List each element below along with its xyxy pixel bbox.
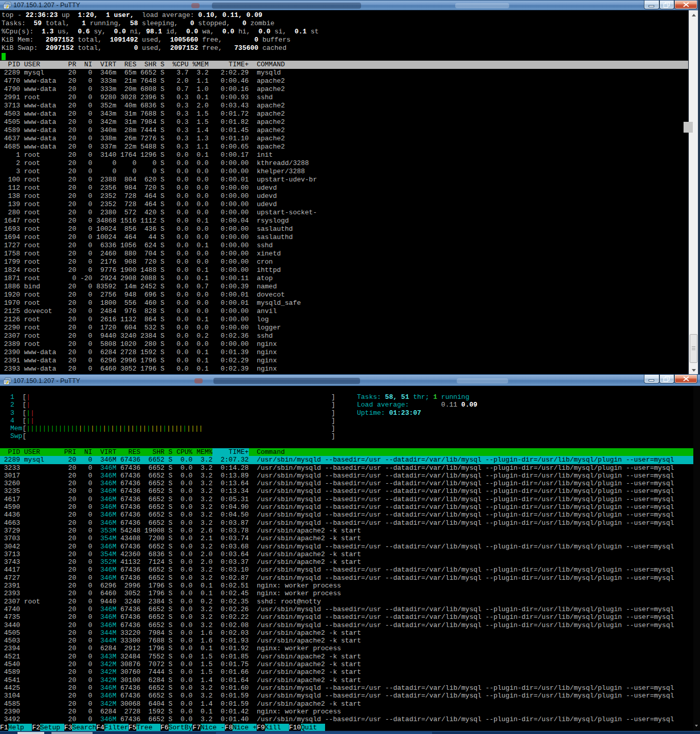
cell-command: saslauthd: [257, 233, 688, 242]
process-row[interactable]: 3743 20 0 352M 41132 7124 S 0.0 2.0 0:03…: [0, 558, 693, 566]
cell-pid: 100: [0, 176, 20, 184]
cell-cpu: 0.0: [172, 684, 192, 692]
process-row[interactable]: 2390 20 0 6284 2728 1592 S 0.0 0.1 0:01.…: [0, 708, 693, 715]
cell-user: root: [24, 200, 60, 209]
column-header-command[interactable]: Command: [257, 448, 693, 456]
cell-ni: 0: [76, 192, 92, 200]
scroll-up-button[interactable]: [689, 11, 698, 19]
cell-ni: 0: [76, 69, 92, 77]
cell-pri: 20: [60, 566, 76, 574]
meter-tick: |: [115, 425, 119, 432]
cell-pid: 4503: [0, 637, 20, 645]
process-row[interactable]: 4425 20 0 346M 67436 6652 S 0.0 3.2 0:01…: [0, 684, 693, 692]
process-row[interactable]: 2394 20 0 6284 2912 1796 S 0.0 0.1 0:01.…: [0, 645, 693, 652]
cell-ni: 0: [76, 291, 92, 299]
process-row[interactable]: 4540 20 0 342M 30876 7072 S 0.0 1.5 0:01…: [0, 660, 693, 668]
column-header-cpu[interactable]: CPU%: [172, 448, 192, 456]
cell-res: 40m: [116, 102, 136, 110]
restore-button[interactable]: [659, 375, 674, 383]
cell-pid: 3440: [0, 621, 20, 629]
process-row[interactable]: 4590 20 0 346M 67436 6652 S 0.0 3.2 0:04…: [0, 503, 693, 511]
process-row: 3713 www-data 20 0 352m 40m 6836 S 0.3 2…: [0, 102, 688, 110]
process-row[interactable]: 4541 20 0 342M 30100 6284 S 0.0 1.4 0:01…: [0, 676, 693, 684]
meter-tick: |: [62, 425, 66, 432]
column-header-time-sorted[interactable]: TIME+: [212, 448, 248, 456]
scrollbar[interactable]: [689, 10, 698, 374]
column-header-pid: PID: [0, 61, 20, 69]
process-row[interactable]: 2289 mysql 20 0 346M 67436 6652 S 0.0 3.…: [0, 456, 693, 464]
process-row[interactable]: 4417 20 0 346M 67436 6652 S 0.0 3.2 0:03…: [0, 566, 693, 574]
info-segment: 51: [401, 393, 413, 401]
cell-pid: 4685: [0, 143, 20, 151]
column-header-res[interactable]: RES: [116, 448, 140, 456]
cell-ni: 0: [76, 653, 92, 660]
minimize-button[interactable]: [644, 1, 659, 9]
column-header-pid[interactable]: PID: [0, 448, 20, 456]
cell-time: 0:01.10: [209, 135, 249, 143]
process-row[interactable]: 4727 20 0 346M 67436 6652 S 0.0 3.2 0:02…: [0, 574, 693, 582]
meter-tick: |: [59, 425, 63, 432]
close-button[interactable]: [674, 1, 697, 9]
scrollbar-thumb[interactable]: [690, 334, 697, 363]
cell-pid: 2307: [0, 598, 20, 605]
process-row[interactable]: 3235 20 0 346M 67436 6652 S 0.0 3.2 0:13…: [0, 487, 693, 495]
column-header-virt[interactable]: VIRT: [92, 448, 116, 456]
process-row[interactable]: 4505 20 0 344M 33220 7984 S 0.0 1.6 0:02…: [0, 629, 693, 637]
process-row[interactable]: 4503 20 0 344M 33300 7688 S 0.0 1.6 0:01…: [0, 637, 693, 645]
cell-virt: 0: [92, 168, 116, 176]
process-row[interactable]: 3703 20 0 354M 43408 7200 S 0.0 2.1 0:03…: [0, 535, 693, 542]
cell-time: 0:00.93: [209, 94, 249, 102]
minimize-button[interactable]: [644, 375, 659, 383]
process-row[interactable]: 3017 20 0 346M 67436 6652 S 0.0 3.2 0:13…: [0, 472, 693, 480]
cell-res: 30100: [116, 676, 140, 684]
title-bar[interactable]: 107.150.1.207 - PuTTY: [0, 374, 700, 386]
process-row[interactable]: 4740 20 0 346M 67436 6652 S 0.0 3.2 0:02…: [0, 605, 693, 613]
cell-command: /usr/sbin/mysqld --basedir=/usr --datadi…: [257, 692, 693, 700]
column-header-mem[interactable]: MEM%: [192, 448, 212, 456]
cell-virt: 346M: [92, 684, 116, 692]
title-bar[interactable]: 107.150.1.207 - PuTTY: [0, 0, 700, 10]
scroll-down-button[interactable]: [689, 366, 698, 374]
info-segment: Uptime:: [357, 409, 389, 417]
column-header-ni[interactable]: NI: [76, 448, 92, 456]
process-row[interactable]: 3440 20 0 346M 67436 6652 S 0.0 3.2 0:02…: [0, 621, 693, 629]
process-row[interactable]: 4617 20 0 346M 67436 6652 S 0.0 3.2 0:05…: [0, 496, 693, 503]
process-row[interactable]: 3729 20 0 353M 54248 19008 S 0.0 2.6 0:0…: [0, 527, 693, 535]
cell-time: 0:00.46: [209, 77, 249, 85]
column-header-pri[interactable]: PRI: [60, 448, 76, 456]
cell-command: atop: [257, 274, 688, 283]
cell-cpu: 0.0: [172, 590, 192, 597]
process-row[interactable]: 3260 20 0 346M 67436 6652 S 0.0 3.2 0:13…: [0, 480, 693, 487]
process-row[interactable]: 3492 20 0 346M 67436 6652 S 0.0 3.2 0:01…: [0, 715, 693, 723]
cell-time: 2:07.32: [212, 456, 248, 464]
column-header-shr[interactable]: SHR: [140, 448, 165, 456]
column-header-user[interactable]: USER: [24, 448, 60, 456]
process-row[interactable]: 4436 20 0 346M 67436 6652 S 0.0 3.2 0:04…: [0, 511, 693, 519]
close-button[interactable]: [674, 375, 697, 383]
cell-res: 21m: [116, 77, 136, 85]
cell-res: 67436: [116, 480, 140, 487]
cell-cpu: 0.0: [172, 543, 192, 550]
process-row[interactable]: 4521 20 0 343M 32484 7552 S 0.0 1.5 0:01…: [0, 653, 693, 660]
process-row[interactable]: 3042 20 0 346M 67436 6652 S 0.0 3.2 0:03…: [0, 543, 693, 550]
cell-command: apache2: [257, 110, 688, 118]
summary-segment: 98.1: [146, 28, 166, 35]
process-row[interactable]: 4663 20 0 346M 67436 6652 S 0.0 3.2 0:03…: [0, 519, 693, 527]
cell-cpu: 0.0: [172, 503, 192, 511]
process-row[interactable]: 2393 20 0 6460 3052 1796 S 0.0 0.1 0:02.…: [0, 590, 693, 597]
cell-pid: 4770: [0, 77, 20, 85]
process-row[interactable]: 3713 20 0 354M 42360 6836 S 0.0 2.0 0:03…: [0, 550, 693, 558]
cell-pr: 20: [60, 184, 76, 192]
process-row[interactable]: 4589 20 0 342M 30760 7444 S 0.0 1.5 0:01…: [0, 668, 693, 676]
cell-mem: 0.0: [189, 209, 209, 217]
cell-ni: 0: [76, 85, 92, 94]
process-row[interactable]: 4585 20 0 342M 30068 6404 S 0.0 1.4 0:01…: [0, 700, 693, 708]
process-row[interactable]: 3104 20 0 346M 67436 6652 S 0.0 3.2 0:01…: [0, 692, 693, 700]
column-header-state[interactable]: S: [165, 448, 173, 456]
process-row[interactable]: 2307 root 20 0 9440 3240 2384 S 0.0 0.2 …: [0, 598, 693, 605]
cell-pid: 4417: [0, 566, 20, 574]
restore-button[interactable]: [659, 1, 674, 9]
process-row[interactable]: 2391 20 0 6296 2996 1796 S 0.0 0.1 0:02.…: [0, 582, 693, 590]
process-row[interactable]: 3233 20 0 346M 67436 6652 S 0.0 3.2 0:14…: [0, 464, 693, 472]
process-row[interactable]: 4735 20 0 346M 67436 6652 S 0.0 3.2 0:02…: [0, 613, 693, 621]
